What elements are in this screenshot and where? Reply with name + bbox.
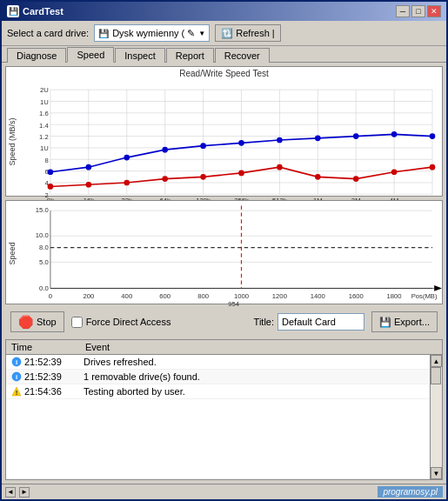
svg-point-41 [48,169,54,175]
svg-text:10.0: 10.0 [36,231,49,239]
svg-marker-73 [434,285,442,291]
svg-point-47 [277,137,283,144]
svg-text:8.0: 8.0 [39,244,49,251]
stop-icon: 🛑 [18,315,33,329]
refresh-button[interactable]: 🔃 Refresh | [215,24,280,42]
log-time: ! 21:54:36 [6,385,80,397]
svg-text:600: 600 [159,292,171,300]
force-direct-label: Force Direct Access [86,317,171,327]
speed-y-label: Speed [6,201,22,306]
action-bar: 🛑 Stop Force Direct Access Title: 💾 Expo… [5,308,443,336]
svg-text:1600: 1600 [349,292,364,300]
svg-text:1.2: 1.2 [39,133,49,141]
svg-point-45 [200,143,206,149]
svg-text:0.0: 0.0 [39,284,49,292]
export-icon: 💾 [379,317,391,328]
svg-text:0: 0 [49,292,52,300]
tab-inspect[interactable]: Inspect [115,48,164,63]
svg-point-59 [315,174,321,180]
scrollbar: ▲ ▼ [430,355,442,479]
status-left: ◄ ► [5,487,30,498]
svg-text:i: i [16,358,17,366]
log-section: Time Event i 21:52:39 Drives refreshed. [5,339,443,480]
title-input[interactable] [277,313,364,331]
svg-point-58 [277,164,283,170]
log-time: i 21:52:39 [6,371,80,383]
stop-button[interactable]: 🛑 Stop [10,311,64,332]
close-button[interactable]: ✕ [427,5,441,17]
scroll-down-button[interactable]: ▼ [431,467,442,479]
log-event: Testing aborted by user. [80,385,430,397]
main-content: Read/Write Speed Test Speed (MB/s) [2,63,446,484]
app-icon: 💾 [7,5,19,17]
drive-dropdown[interactable]: 💾 Dysk wymienny ( ✎ ▼ [94,24,210,42]
svg-text:1400: 1400 [311,292,325,300]
svg-point-62 [430,164,436,170]
maximize-button[interactable]: □ [411,5,425,17]
title-buttons: ─ □ ✕ [396,5,441,17]
svg-text:1U: 1U [40,98,49,106]
svg-point-44 [162,147,168,153]
tab-speed[interactable]: Speed [67,47,114,63]
svg-text:2U: 2U [40,86,49,94]
svg-point-60 [353,176,359,182]
svg-text:1U: 1U [40,144,49,152]
toolbar: Select a card drive: 💾 Dysk wymienny ( ✎… [2,21,446,46]
svg-text:1200: 1200 [272,292,287,300]
svg-point-51 [430,133,436,139]
svg-point-55 [162,176,168,182]
force-direct-checkbox[interactable] [71,317,83,328]
log-event: Drives refreshed. [80,356,430,368]
stop-label: Stop [37,317,57,327]
svg-point-43 [124,155,130,161]
svg-point-42 [86,164,92,170]
tab-diagnose[interactable]: Diagnose [7,48,66,63]
chevron-down-icon: ▼ [198,30,205,37]
minimize-button[interactable]: ─ [396,5,410,17]
tab-report[interactable]: Report [166,48,214,63]
scroll-thumb[interactable] [431,367,441,384]
export-label: Export... [394,317,430,327]
force-direct-group: Force Direct Access [71,317,171,328]
drive-icon: 💾 [98,29,109,38]
svg-text:200: 200 [83,292,94,300]
svg-text:800: 800 [197,292,209,300]
svg-text:400: 400 [121,292,132,300]
nav-forward-button[interactable]: ► [19,487,30,498]
title-field-label: Title: [254,317,274,327]
log-rows-container: i 21:52:39 Drives refreshed. i 21: [6,355,430,479]
scroll-up-button[interactable]: ▲ [431,355,442,367]
log-scroll: i 21:52:39 Drives refreshed. i 21: [6,355,442,479]
export-button[interactable]: 💾 Export... [371,311,438,332]
svg-text:15.0: 15.0 [36,206,49,214]
speed-pos-chart: Speed 15.0 10.0 5.0 0.0 [5,200,443,304]
svg-point-61 [391,169,398,175]
svg-text:1000: 1000 [234,292,249,300]
y-axis-label: Speed (MB/s) [6,80,22,204]
svg-point-54 [124,180,130,186]
log-header: Time Event [6,340,442,355]
chart-inner: 2U 1U 1.6 1.4 1.2 1U 8 6 4 2 8k 16k 32k [22,80,442,204]
svg-point-52 [48,184,54,190]
title-bar: 💾 CardTest ─ □ ✕ [2,2,446,21]
main-window: 💾 CardTest ─ □ ✕ Select a card drive: 💾 … [0,0,448,501]
svg-text:1.4: 1.4 [39,122,49,130]
svg-point-50 [391,131,398,137]
svg-point-53 [86,182,92,188]
tab-recover[interactable]: Recover [215,48,270,63]
warning-icon: ! [11,386,22,397]
status-bar: ◄ ► programosy.pl [2,484,446,499]
svg-text:1800: 1800 [387,292,402,300]
nav-back-button[interactable]: ◄ [5,487,16,498]
drive-text: Dysk wymienny ( ✎ [112,28,195,39]
read-write-chart: Read/Write Speed Test Speed (MB/s) [5,66,443,197]
svg-text:!: ! [16,389,18,397]
speed-chart-inner: 15.0 10.0 5.0 0.0 [22,201,442,306]
log-event: 1 removable drive(s) found. [80,371,430,383]
log-row: i 21:52:39 1 removable drive(s) found. [6,370,430,384]
window-title: CardTest [23,6,64,17]
info-icon: i [11,357,22,367]
chart-title: Read/Write Speed Test [6,67,442,80]
svg-point-48 [315,135,321,141]
tab-bar: Diagnose Speed Inspect Report Recover [2,46,446,63]
